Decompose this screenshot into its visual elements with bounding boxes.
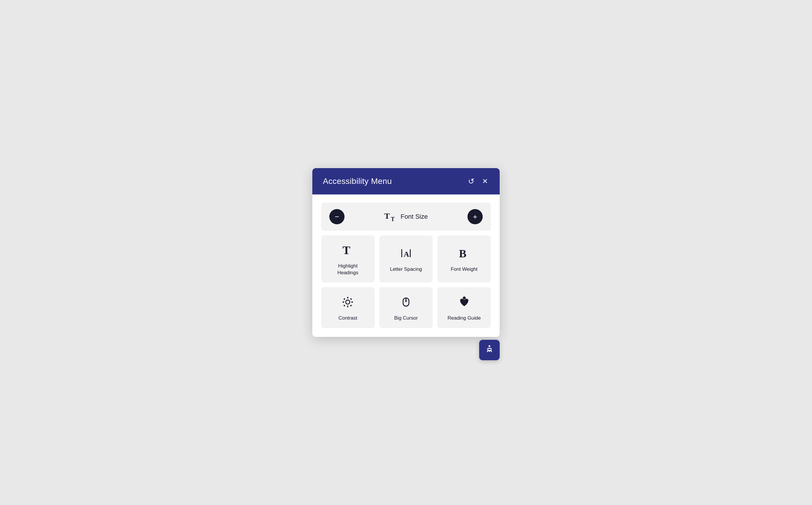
contrast-label: Contrast bbox=[338, 315, 357, 321]
svg-text:T: T bbox=[391, 216, 395, 221]
svg-rect-13 bbox=[350, 298, 352, 300]
minus-icon: − bbox=[335, 213, 339, 220]
header-actions: ↺ ✕ bbox=[467, 176, 489, 186]
svg-rect-15 bbox=[350, 304, 352, 307]
accessibility-fab-icon bbox=[484, 345, 495, 355]
font-size-row: − T T Font Size + bbox=[321, 203, 491, 231]
font-size-icon: T T bbox=[384, 210, 397, 223]
svg-rect-12 bbox=[343, 298, 345, 300]
font-size-decrease-button[interactable]: − bbox=[329, 209, 345, 224]
font-weight-label: Font Weight bbox=[451, 266, 477, 273]
letter-spacing-icon: A bbox=[399, 247, 413, 262]
plus-icon: + bbox=[473, 213, 477, 220]
svg-rect-3 bbox=[401, 249, 402, 257]
big-cursor-label: Big Cursor bbox=[394, 315, 418, 321]
reading-guide-icon bbox=[458, 296, 471, 310]
svg-point-7 bbox=[346, 300, 350, 304]
svg-rect-11 bbox=[351, 302, 353, 303]
grid-row-2: Contrast Big Cursor bbox=[321, 287, 491, 328]
highlight-headings-label: HighlightHeadings bbox=[337, 263, 358, 276]
svg-rect-18 bbox=[405, 300, 407, 302]
close-button[interactable]: ✕ bbox=[481, 177, 489, 186]
modal-container: Accessibility Menu ↺ ✕ − bbox=[312, 168, 500, 337]
big-cursor-icon bbox=[399, 296, 413, 310]
svg-rect-8 bbox=[347, 297, 348, 299]
font-size-text: Font Size bbox=[401, 213, 428, 220]
font-size-increase-button[interactable]: + bbox=[467, 209, 483, 224]
reading-guide-button[interactable]: Reading Guide bbox=[437, 287, 491, 328]
font-weight-button[interactable]: B Font Weight bbox=[437, 235, 491, 282]
svg-rect-9 bbox=[347, 306, 348, 307]
contrast-icon bbox=[341, 296, 354, 310]
modal-title: Accessibility Menu bbox=[323, 177, 392, 186]
reset-icon: ↺ bbox=[468, 177, 474, 185]
svg-rect-4 bbox=[410, 249, 411, 257]
reading-guide-label: Reading Guide bbox=[448, 315, 481, 321]
reset-button[interactable]: ↺ bbox=[467, 176, 476, 186]
svg-text:B: B bbox=[459, 247, 466, 260]
svg-text:T: T bbox=[384, 211, 390, 220]
font-weight-icon: B bbox=[458, 247, 471, 262]
grid-row-1: T HighlightHeadings A bbox=[321, 235, 491, 282]
svg-rect-14 bbox=[343, 304, 345, 307]
svg-point-19 bbox=[463, 297, 466, 300]
accessibility-fab-button[interactable] bbox=[479, 340, 500, 360]
close-icon: ✕ bbox=[482, 178, 488, 185]
svg-point-20 bbox=[488, 345, 490, 347]
modal-body: − T T Font Size + bbox=[312, 194, 500, 337]
big-cursor-button[interactable]: Big Cursor bbox=[379, 287, 433, 328]
contrast-button[interactable]: Contrast bbox=[321, 287, 375, 328]
accessibility-modal: Accessibility Menu ↺ ✕ − bbox=[312, 168, 500, 337]
svg-text:A: A bbox=[403, 250, 409, 259]
highlight-headings-icon: T bbox=[341, 243, 354, 258]
font-size-label: T T Font Size bbox=[384, 210, 428, 223]
highlight-headings-button[interactable]: T HighlightHeadings bbox=[321, 235, 375, 282]
modal-header: Accessibility Menu ↺ ✕ bbox=[312, 168, 500, 194]
letter-spacing-button[interactable]: A Letter Spacing bbox=[379, 235, 433, 282]
letter-spacing-label: Letter Spacing bbox=[390, 266, 422, 273]
svg-text:T: T bbox=[342, 243, 350, 257]
svg-rect-10 bbox=[342, 302, 344, 303]
